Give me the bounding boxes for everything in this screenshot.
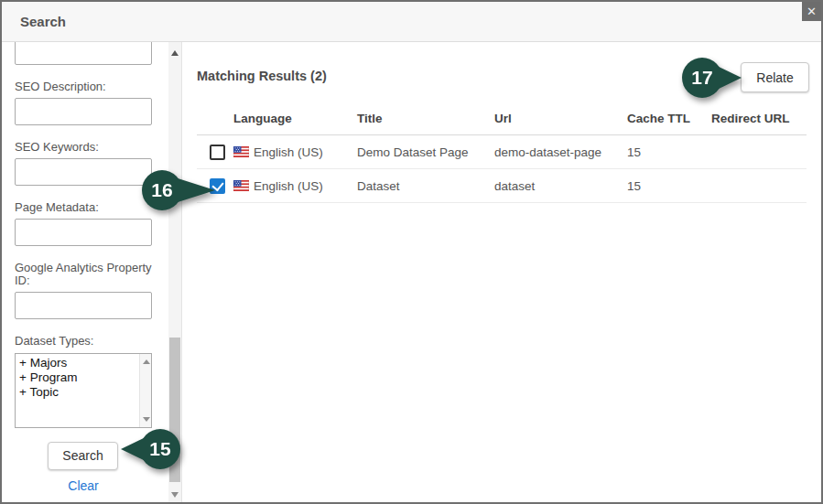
scrollbar-up-icon[interactable] — [171, 50, 179, 56]
dataset-types-label: Dataset Types: — [15, 335, 152, 348]
row-checkbox[interactable] — [210, 145, 225, 160]
us-flag-icon — [233, 146, 249, 157]
column-header-redirect-url: Redirect URL — [711, 112, 807, 125]
field-dataset-types: Dataset Types: + Majors + Program + Topi… — [15, 335, 152, 428]
seo-keywords-input[interactable] — [15, 158, 152, 186]
row-cache-ttl: 15 — [627, 179, 711, 193]
field-clipped — [15, 42, 152, 65]
row-cache-ttl: 15 — [627, 145, 711, 159]
dataset-types-listbox[interactable]: + Majors + Program + Topic — [15, 353, 152, 428]
seo-description-input[interactable] — [15, 98, 152, 125]
search-button[interactable]: Search — [48, 442, 118, 470]
close-icon[interactable]: ✕ — [802, 2, 821, 21]
field-page-metadata: Page Metadata: — [15, 201, 152, 246]
search-dialog: Search ✕ SEO Description: SEO Keywords: … — [0, 0, 823, 504]
page-metadata-input[interactable] — [15, 219, 152, 246]
table-header-row: Language Title Url Cache TTL Redirect UR… — [197, 102, 807, 135]
callout-arrow-icon — [175, 177, 215, 203]
scroll-up-icon[interactable] — [143, 359, 150, 364]
field-ga-property-id: Google Analytics Property ID: — [15, 262, 152, 319]
seo-description-label: SEO Description: — [15, 80, 152, 93]
callout-16: 16 — [142, 170, 182, 210]
dialog-title: Search — [20, 14, 66, 29]
row-language: English (US) — [254, 179, 323, 193]
callout-15: 15 — [140, 429, 180, 469]
callout-17: 17 — [682, 58, 722, 98]
ga-property-id-label: Google Analytics Property ID: — [15, 262, 152, 287]
seo-keywords-label: SEO Keywords: — [15, 141, 152, 154]
relate-button[interactable]: Relate — [741, 62, 809, 92]
row-title: Dataset — [357, 179, 494, 193]
row-language: English (US) — [254, 145, 323, 159]
column-header-language: Language — [233, 112, 357, 125]
dataset-type-option[interactable]: + Program — [19, 370, 151, 385]
results-table: Language Title Url Cache TTL Redirect UR… — [197, 102, 807, 203]
results-panel: Matching Results (2) Relate Language Tit… — [181, 42, 821, 503]
column-header-title: Title — [357, 112, 494, 125]
field-seo-description: SEO Description: — [15, 80, 152, 125]
callout-arrow-icon — [121, 436, 147, 462]
row-url: dataset — [494, 179, 627, 193]
field-seo-keywords: SEO Keywords: — [15, 141, 152, 186]
table-row: English (US) Dataset dataset 15 — [197, 169, 807, 203]
row-title: Demo Dataset Page — [357, 145, 494, 159]
us-flag-icon — [233, 180, 249, 191]
column-header-url: Url — [494, 112, 627, 125]
page-metadata-label: Page Metadata: — [15, 201, 152, 214]
ga-property-id-input[interactable] — [15, 292, 152, 319]
dataset-type-option[interactable]: + Majors — [19, 356, 151, 370]
column-header-cache-ttl: Cache TTL — [627, 112, 711, 125]
clipped-top-input[interactable] — [15, 42, 152, 65]
callout-arrow-icon — [715, 65, 742, 91]
dialog-header: Search — [2, 2, 821, 42]
scroll-down-icon[interactable] — [143, 417, 150, 422]
table-row: English (US) Demo Dataset Page demo-data… — [197, 135, 807, 169]
listbox-scrollbar[interactable] — [139, 354, 151, 427]
row-url: demo-dataset-page — [494, 145, 627, 159]
scrollbar-down-icon[interactable] — [171, 492, 179, 498]
clear-link[interactable]: Clear — [15, 478, 152, 493]
dataset-type-option[interactable]: + Topic — [19, 385, 151, 400]
